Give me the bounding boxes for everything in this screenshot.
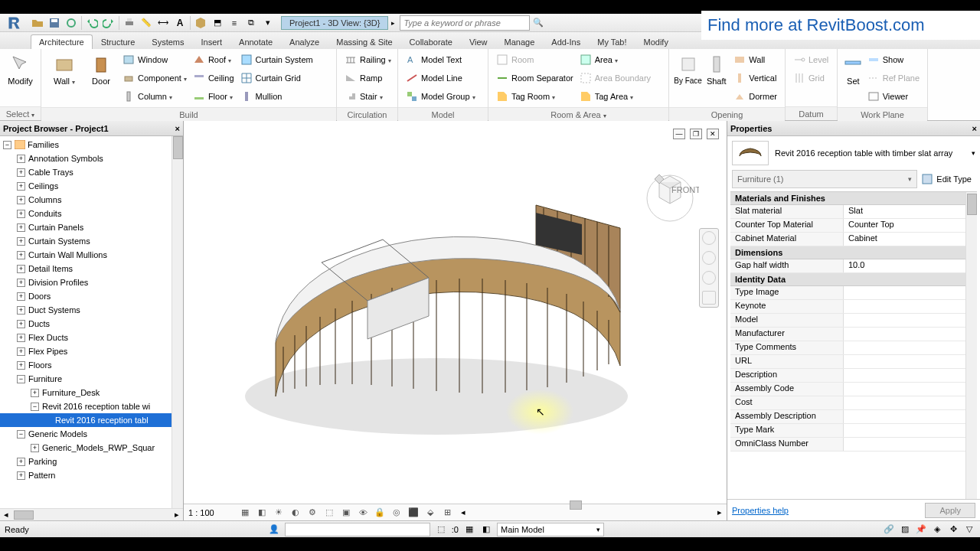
tag-area-button[interactable]: Tag Area [577,87,654,106]
tree-node[interactable]: +Doors [0,289,183,303]
column-button[interactable]: Column [119,87,190,106]
property-row[interactable]: Assembly Description [730,410,977,424]
property-row[interactable]: OmniClass Number [730,438,977,452]
detail-level-icon[interactable]: ▦ [239,507,251,519]
tree-node[interactable]: +Cable Trays [0,165,183,179]
edit-type-button[interactable]: Edit Type [917,171,975,187]
ref-plane-button[interactable]: Ref Plane [864,69,923,87]
set-button[interactable]: Set [842,51,864,86]
save-icon[interactable] [46,15,63,31]
browser-vscroll[interactable] [172,136,183,508]
expand-icon[interactable]: + [17,334,25,342]
steering-wheel-icon[interactable] [702,231,716,245]
properties-help-link[interactable]: Properties help [732,506,789,515]
property-row[interactable]: Slat materialSlat [730,205,977,219]
tab-mytab[interactable]: My Tab! [589,34,635,49]
revit-logo-icon[interactable] [0,14,29,32]
crop-icon[interactable]: ⬚ [323,507,335,519]
select-links-icon[interactable]: 🔗 [883,523,895,536]
expand-icon[interactable]: + [17,347,25,356]
workset-selector[interactable] [285,523,430,536]
tree-node[interactable]: +Curtain Systems [0,234,183,248]
show-button[interactable]: Show [864,51,923,69]
minimize-view-icon[interactable]: — [673,129,685,139]
search-icon[interactable]: 🔍 [530,15,547,31]
grid-button[interactable]: Grid [790,69,831,87]
model-text-button[interactable]: AModel Text [403,51,479,69]
tree-node[interactable]: +Division Profiles [0,276,183,289]
window-button[interactable]: Window [119,51,190,69]
railing-button[interactable]: Railing [341,51,394,69]
expand-icon[interactable]: + [17,361,25,370]
collapse-icon[interactable]: − [17,430,25,439]
property-row[interactable]: Cost [730,396,977,410]
tab-annotate[interactable]: Annotate [230,34,281,49]
select-underlay-icon[interactable]: ▨ [899,523,911,536]
sync-icon[interactable] [63,15,80,31]
temp-hide-icon[interactable]: ◎ [390,507,403,519]
collapse-icon[interactable]: − [3,141,11,149]
zoom-icon[interactable] [702,271,716,285]
help-search-input[interactable] [400,15,530,31]
expand-icon[interactable]: + [17,210,25,218]
tab-massing-site[interactable]: Massing & Site [328,34,400,49]
tree-node[interactable]: +Curtain Wall Mullions [0,248,183,262]
property-row[interactable]: Gap half width10.0 [730,259,977,273]
sun-path-icon[interactable]: ☀ [273,507,285,519]
type-selector[interactable]: Furniture (1)▾ [732,170,917,188]
area-boundary-button[interactable]: Area Boundary [577,69,654,87]
close-view-icon[interactable]: ✕ [707,129,719,139]
browser-hscroll[interactable]: ◂▸ [0,508,183,520]
tab-systems[interactable]: Systems [143,34,192,49]
collapse-icon[interactable]: − [17,375,25,383]
visual-style-icon[interactable]: ◧ [256,507,268,519]
tab-insert[interactable]: Insert [193,34,231,49]
apply-button[interactable]: Apply [925,503,975,518]
area-button[interactable]: Area [577,51,654,69]
tab-analyze[interactable]: Analyze [281,34,328,49]
reveal-icon[interactable]: ⬛ [407,507,420,519]
worksets-icon[interactable]: 👤 [268,523,280,536]
room-area-panel-label[interactable]: Room & Area [488,107,668,121]
property-row[interactable]: Type Image [730,286,977,300]
close-browser-icon[interactable]: × [175,124,180,133]
title-dropdown-icon[interactable]: ▸ [391,19,395,27]
design-option-selector[interactable]: Main Model▾ [497,523,604,536]
3d-viewport[interactable]: — ❐ ✕ FRONT [184,121,727,520]
expand-icon[interactable]: + [17,196,25,204]
property-row[interactable]: Assembly Code [730,383,977,396]
ramp-button[interactable]: Ramp [341,69,394,87]
tab-architecture[interactable]: Architecture [31,34,93,49]
crop-region-icon[interactable]: ▣ [340,507,352,519]
wall-opening-button[interactable]: Wall [730,51,780,69]
expand-icon[interactable]: + [17,237,25,246]
by-face-button[interactable]: By Face [674,51,702,85]
scale-value[interactable]: 1 : 100 [188,508,234,517]
expand-icon[interactable]: + [17,292,25,301]
expand-icon[interactable]: + [17,251,25,259]
property-row[interactable]: Cabinet MaterialCabinet [730,233,977,246]
unhide-icon[interactable]: 👁 [357,507,369,519]
shadows-icon[interactable]: ◐ [289,507,302,519]
expand-icon[interactable]: + [17,168,25,177]
property-row[interactable]: Manufacturer [730,328,977,341]
open-icon[interactable] [29,15,46,31]
model-line-button[interactable]: Model Line [403,69,479,87]
tab-collaborate[interactable]: Collaborate [401,34,461,49]
dimension-icon[interactable]: ⟷ [155,15,172,31]
constraints-icon[interactable]: ⊞ [441,507,453,519]
expand-icon[interactable]: + [17,320,25,328]
property-row[interactable]: Keynote [730,300,977,314]
expand-icon[interactable]: + [17,223,25,232]
navigation-bar[interactable] [699,228,719,308]
property-row[interactable]: Description [730,369,977,383]
level-button[interactable]: Level [790,51,831,69]
property-row[interactable]: Type Mark [730,424,977,438]
stair-button[interactable]: Stair [341,87,394,106]
tree-node[interactable]: +Flex Ducts [0,331,183,344]
collapse-icon[interactable]: − [31,403,39,411]
property-row[interactable]: Counter Top MaterialCounter Top [730,219,977,233]
tree-node[interactable]: +Duct Systems [0,303,183,317]
tab-structure[interactable]: Structure [93,34,144,49]
model-group-button[interactable]: Model Group [403,87,479,106]
